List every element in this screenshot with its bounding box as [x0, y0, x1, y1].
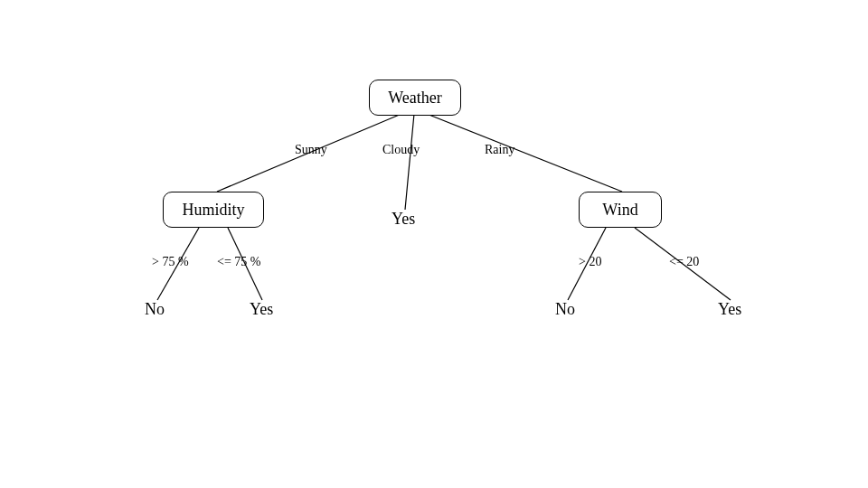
node-wind-label: Wind: [602, 201, 637, 220]
edge-label-rainy: Rainy: [485, 143, 514, 157]
leaf-wind-no: No: [555, 300, 575, 319]
edge-label-humidity-gt: > 75 %: [152, 255, 189, 269]
leaf-humidity-yes: Yes: [250, 300, 273, 319]
edge-label-wind-gt: > 20: [579, 255, 601, 269]
node-weather-label: Weather: [388, 89, 442, 108]
edge-weather-wind: [427, 114, 622, 192]
node-humidity-label: Humidity: [182, 201, 244, 220]
node-humidity: Humidity: [163, 192, 264, 228]
edge-label-cloudy: Cloudy: [382, 143, 420, 157]
edges-layer: [0, 0, 868, 488]
edge-weather-cloudy: [405, 114, 414, 210]
node-weather: Weather: [369, 80, 461, 116]
leaf-humidity-no: No: [145, 300, 165, 319]
edge-label-sunny: Sunny: [295, 143, 327, 157]
node-wind: Wind: [579, 192, 662, 228]
edge-label-humidity-le: <= 75 %: [217, 255, 260, 269]
leaf-cloudy-yes: Yes: [392, 210, 415, 229]
edge-label-wind-le: <= 20: [669, 255, 699, 269]
decision-tree-diagram: { "chart_data": { "type": "decision-tree…: [0, 0, 868, 488]
leaf-wind-yes: Yes: [718, 300, 741, 319]
